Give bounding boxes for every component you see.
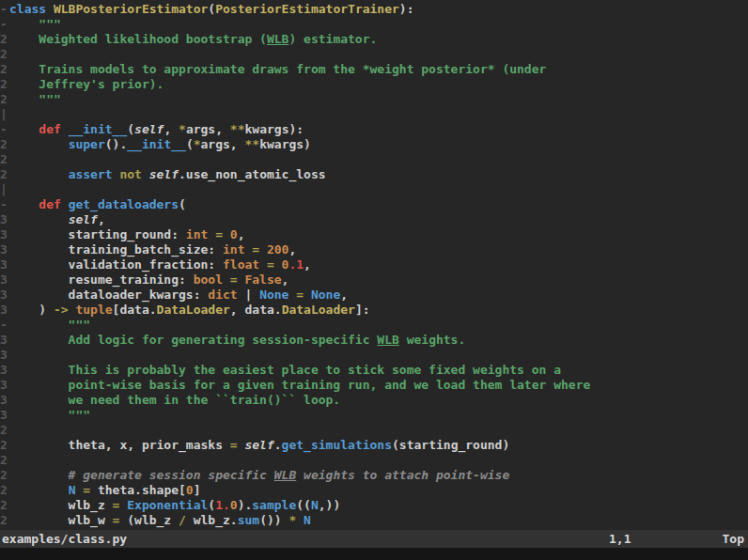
- code-line[interactable]: 2 Jeffrey's prior).: [0, 77, 748, 92]
- fold-gutter: 2: [0, 77, 9, 92]
- fold-gutter: 3: [0, 393, 9, 408]
- fold-gutter: 3: [0, 378, 9, 393]
- fold-gutter: -: [0, 2, 9, 17]
- fold-gutter: |: [0, 182, 9, 197]
- code-text: Weighted likelihood bootstrap (WLB) esti…: [9, 32, 377, 47]
- code-text: def __init__(self, *args, **kwargs):: [9, 122, 304, 137]
- fold-gutter: -: [0, 197, 9, 212]
- code-line[interactable]: 3 training_batch_size: int = 200,: [0, 242, 748, 257]
- fold-gutter: 2: [0, 167, 9, 182]
- fold-gutter: 3: [0, 303, 9, 318]
- code-text: self,: [9, 212, 105, 227]
- code-line[interactable]: |: [0, 182, 748, 197]
- fold-gutter: 2: [0, 62, 9, 77]
- code-line[interactable]: 3: [0, 348, 748, 363]
- fold-gutter: 3: [0, 242, 9, 257]
- fold-gutter: 3: [0, 348, 9, 363]
- code-text: Jeffrey's prior).: [9, 77, 164, 92]
- code-line[interactable]: 3 self,: [0, 212, 748, 227]
- code-line[interactable]: 3 Add logic for generating session-speci…: [0, 333, 748, 348]
- code-line[interactable]: 2 theta, x, prior_masks = self.get_simul…: [0, 438, 748, 453]
- fold-gutter: 2: [0, 498, 9, 513]
- code-line[interactable]: - def get_dataloaders(: [0, 197, 748, 212]
- fold-gutter: 3: [0, 363, 9, 378]
- code-line[interactable]: - def __init__(self, *args, **kwargs):: [0, 122, 748, 137]
- code-line[interactable]: 3 point-wise basis for a given training …: [0, 378, 748, 393]
- editor-area[interactable]: -class WLBPosteriorEstimator(PosteriorEs…: [0, 0, 748, 530]
- code-text: This is probably the easiest place to st…: [9, 363, 561, 378]
- code-line[interactable]: 2 """: [0, 92, 748, 107]
- code-text: """: [9, 17, 61, 32]
- code-text: dataloader_kwargs: dict | None = None,: [9, 288, 348, 303]
- fold-gutter: 2: [0, 152, 9, 167]
- code-line[interactable]: 2: [0, 152, 748, 167]
- fold-gutter: 3: [0, 288, 9, 303]
- code-line[interactable]: 2: [0, 453, 748, 468]
- fold-gutter: -: [0, 17, 9, 32]
- code-line[interactable]: 2 Weighted likelihood bootstrap (WLB) es…: [0, 32, 748, 47]
- code-text: wlb_w = (wlb_z / wlb_z.sum()) * N: [9, 513, 311, 528]
- code-line[interactable]: 3 ) -> tuple[data.DataLoader, data.DataL…: [0, 303, 748, 318]
- code-line[interactable]: 2: [0, 47, 748, 62]
- code-line[interactable]: 3 starting_round: int = 0,: [0, 227, 748, 242]
- fold-gutter: 3: [0, 272, 9, 288]
- fold-gutter: 2: [0, 438, 9, 453]
- command-line: [0, 548, 748, 560]
- fold-gutter: 2: [0, 453, 9, 468]
- code-text: def get_dataloaders(: [9, 197, 186, 212]
- code-text: theta, x, prior_masks = self.get_simulat…: [9, 438, 509, 453]
- vim-editor-window: -class WLBPosteriorEstimator(PosteriorEs…: [0, 0, 748, 560]
- code-text: wlb_z = Exponential(1.0).sample((N,)): [9, 498, 340, 513]
- code-line[interactable]: 3 This is probably the easiest place to …: [0, 363, 748, 378]
- code-text: point-wise basis for a given training ru…: [9, 378, 590, 393]
- code-text: N = theta.shape[0]: [9, 483, 201, 498]
- code-line[interactable]: 2: [0, 423, 748, 438]
- code-line[interactable]: 2 assert not self.use_non_atomic_loss: [0, 167, 748, 182]
- fold-gutter: -: [0, 318, 9, 333]
- cursor-position: 1,1: [609, 530, 631, 548]
- code-line[interactable]: 2 wlb_z = Exponential(1.0).sample((N,)): [0, 498, 748, 513]
- code-text: starting_round: int = 0,: [9, 227, 244, 242]
- fold-gutter: 3: [0, 227, 9, 242]
- fold-gutter: 2: [0, 513, 9, 528]
- code-line[interactable]: 2 Trains models to approximate draws fro…: [0, 62, 748, 77]
- code-line[interactable]: 2 super().__init__(*args, **kwargs): [0, 137, 748, 152]
- code-text: class WLBPosteriorEstimator(PosteriorEst…: [9, 2, 414, 17]
- code-line[interactable]: 2 wlb_w = (wlb_z / wlb_z.sum()) * N: [0, 513, 748, 528]
- code-text: """: [9, 92, 61, 107]
- code-line[interactable]: 3 we need them in the ``train()`` loop.: [0, 393, 748, 408]
- code-line[interactable]: |: [0, 107, 748, 122]
- status-bar: examples/class.py 1,1 Top: [0, 530, 748, 548]
- code-line[interactable]: 2 # generate session specific WLB weight…: [0, 468, 748, 483]
- fold-gutter: 3: [0, 212, 9, 227]
- fold-gutter: -: [0, 122, 9, 137]
- status-filename: examples/class.py: [2, 530, 127, 548]
- fold-gutter: 2: [0, 137, 9, 152]
- fold-gutter: 3: [0, 333, 9, 348]
- code-text: Add logic for generating session-specifi…: [9, 333, 465, 348]
- code-text: """: [9, 408, 90, 423]
- code-line[interactable]: 3 dataloader_kwargs: dict | None = None,: [0, 288, 748, 303]
- code-line[interactable]: 2 N = theta.shape[0]: [0, 483, 748, 498]
- code-text: # generate session specific WLB weights …: [9, 468, 509, 483]
- code-text: super().__init__(*args, **kwargs): [9, 137, 311, 152]
- code-text: we need them in the ``train()`` loop.: [9, 393, 340, 408]
- fold-gutter: 2: [0, 468, 9, 483]
- fold-gutter: 3: [0, 257, 9, 272]
- code-text: training_batch_size: int = 200,: [9, 242, 296, 257]
- code-line[interactable]: 3 resume_training: bool = False,: [0, 272, 748, 288]
- code-line[interactable]: - """: [0, 17, 748, 32]
- fold-gutter: |: [0, 107, 9, 122]
- fold-gutter: 2: [0, 92, 9, 107]
- code-line[interactable]: - """: [0, 318, 748, 333]
- fold-gutter: 2: [0, 483, 9, 498]
- code-text: resume_training: bool = False,: [9, 272, 288, 288]
- code-line[interactable]: -class WLBPosteriorEstimator(PosteriorEs…: [0, 2, 748, 17]
- code-text: """: [9, 318, 90, 333]
- fold-gutter: 2: [0, 32, 9, 47]
- code-line[interactable]: 3 """: [0, 408, 748, 423]
- code-text: ) -> tuple[data.DataLoader, data.DataLoa…: [9, 303, 370, 318]
- fold-gutter: 2: [0, 47, 9, 62]
- fold-gutter: 2: [0, 423, 9, 438]
- code-line[interactable]: 3 validation_fraction: float = 0.1,: [0, 257, 748, 272]
